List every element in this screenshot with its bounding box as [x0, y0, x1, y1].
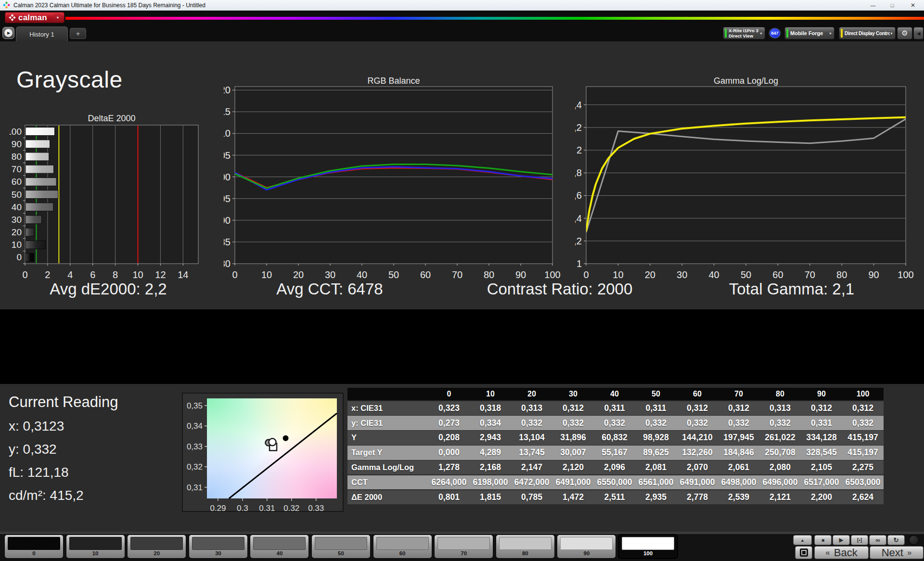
table-value-cell: 0,332 [511, 416, 552, 430]
tab-history-1[interactable]: History 1 [16, 26, 68, 41]
table-value-cell: 184,846 [718, 446, 759, 459]
pattern-label: 10 [66, 550, 125, 556]
table-value-cell: 2,105 [801, 460, 842, 474]
add-tab-button[interactable]: + [70, 28, 86, 39]
pattern-patch-button-70[interactable]: 70 [435, 535, 493, 558]
table-row-label: x: CIE31 [347, 401, 428, 415]
back-button[interactable]: « Back [814, 546, 869, 559]
chevron-down-icon: ▼ [829, 32, 832, 35]
next-button[interactable]: Next » [870, 546, 924, 559]
stop-pattern-button[interactable] [795, 546, 812, 559]
table-value-cell: 0,801 [428, 490, 470, 504]
table-value-cell: 0,332 [552, 416, 594, 430]
reading-fl: fL: 121,18 [9, 465, 69, 480]
table-column-header: 50 [635, 388, 677, 400]
svg-text:85: 85 [224, 237, 231, 247]
svg-text:0,31: 0,31 [259, 504, 275, 511]
svg-text:115: 115 [224, 106, 231, 117]
pattern-chip [622, 537, 674, 550]
calman-menu-button[interactable]: calman ▼ [5, 12, 64, 23]
settings-button[interactable]: ⚙ [897, 27, 912, 39]
svg-text:90: 90 [12, 139, 22, 149]
table-value-cell: 328,545 [801, 446, 842, 459]
svg-text:DeltaE 2000: DeltaE 2000 [88, 114, 135, 123]
svg-text:0: 0 [22, 269, 27, 280]
tab-scroll-button[interactable]: ▶ [2, 27, 14, 39]
pattern-patch-button-40[interactable]: 40 [250, 535, 308, 558]
table-value-cell: 6198,000 [470, 475, 511, 489]
pattern-patch-button-10[interactable]: 10 [66, 535, 125, 558]
svg-text:10: 10 [261, 269, 272, 280]
cie-chromaticity-chart: 0,310,320,330,340,350,290,30,310,320,33 [182, 393, 344, 512]
meter-dropdown-display-control[interactable]: Direct Display Control ▼ [839, 27, 896, 39]
table-value-cell: 2,070 [677, 460, 718, 474]
svg-text:RGB Balance: RGB Balance [367, 76, 420, 86]
chevrons-left-icon: « [825, 548, 830, 558]
pattern-patch-button-30[interactable]: 30 [189, 535, 247, 558]
table-value-cell: 13,104 [511, 431, 552, 445]
page-title: Grayscale [16, 66, 123, 93]
table-value-cell: 6472,000 [511, 475, 552, 489]
pattern-chip [376, 537, 429, 550]
maximize-button[interactable]: □ [883, 0, 902, 10]
meter-label: Mobile Forge [790, 30, 823, 36]
pattern-patch-button-90[interactable]: 90 [557, 535, 616, 558]
table-value-cell: 2,168 [470, 460, 511, 474]
loop-measure-button[interactable]: ↻ [887, 535, 905, 545]
table-value-cell: 0,312 [842, 401, 884, 415]
svg-text:90: 90 [868, 269, 879, 280]
svg-text:0,34: 0,34 [187, 421, 203, 431]
svg-text:30: 30 [677, 269, 687, 280]
continuous-measure-button[interactable]: ∞ [869, 535, 886, 545]
pattern-patch-button-50[interactable]: 50 [312, 535, 370, 558]
measurement-table: 0102030405060708090100x: CIE310,3230,318… [347, 388, 884, 504]
stat-contrast-ratio: Contrast Ratio: 2000 [463, 280, 656, 298]
table-value-cell: 334,128 [801, 431, 842, 445]
stop-measure-button[interactable]: ■ [814, 535, 832, 545]
table-value-cell: 6491,000 [677, 475, 718, 489]
svg-text:95: 95 [224, 193, 231, 204]
pattern-label: 70 [435, 550, 493, 556]
svg-text:40: 40 [708, 269, 719, 280]
table-value-cell: 2,935 [635, 490, 677, 504]
svg-text:0,32: 0,32 [283, 504, 299, 511]
table-value-cell: 0,312 [801, 401, 842, 415]
svg-text:10: 10 [613, 269, 623, 280]
pattern-patch-button-100[interactable]: 100 [619, 535, 677, 558]
svg-text:110: 110 [224, 128, 231, 139]
play-measure-button[interactable]: ▶ [833, 535, 850, 545]
table-value-cell: 0,313 [511, 401, 552, 415]
table-value-cell: 2,539 [718, 490, 759, 504]
pattern-patch-button-20[interactable]: 20 [128, 535, 186, 558]
svg-text:70: 70 [805, 269, 815, 280]
table-value-cell: 6550,000 [594, 475, 635, 489]
minimize-button[interactable]: — [863, 0, 883, 10]
table-row-label: ΔE 2000 [347, 490, 428, 504]
close-button[interactable]: ✕ [902, 0, 924, 10]
table-value-cell: 2,147 [511, 460, 552, 474]
gear-icon: ⚙ [901, 29, 908, 38]
chevrons-right-icon: » [907, 548, 911, 558]
meter-status-accent [841, 29, 843, 38]
pattern-patch-button-80[interactable]: 80 [496, 535, 554, 558]
collapse-panel-button[interactable]: ◀ [913, 27, 924, 39]
single-measure-button[interactable]: [▪] [851, 535, 868, 545]
svg-text:80: 80 [12, 152, 22, 162]
table-value-cell: 6491,000 [552, 475, 594, 489]
pattern-patch-button-0[interactable]: 0 [5, 535, 63, 558]
pattern-chip [8, 537, 60, 550]
table-column-header: 30 [552, 388, 594, 400]
svg-text:90: 90 [515, 269, 526, 280]
svg-text:20: 20 [293, 269, 304, 280]
svg-text:10: 10 [12, 240, 22, 250]
svg-text:1,2: 1,2 [575, 236, 582, 246]
svg-text:80: 80 [484, 269, 494, 280]
meter-dropdown-xrite[interactable]: X-Rite i1Pro 3 Direct View ▼ [723, 27, 765, 39]
svg-text:20: 20 [645, 269, 655, 280]
collapse-up-button[interactable]: ▲ [793, 535, 812, 545]
chevron-left-icon: ◀ [917, 31, 921, 36]
meter-dropdown-pattern-source[interactable]: Mobile Forge ▼ [784, 27, 834, 39]
pattern-patch-button-60[interactable]: 60 [373, 535, 432, 558]
svg-text:1,4: 1,4 [575, 213, 582, 224]
svg-text:40: 40 [357, 269, 367, 280]
